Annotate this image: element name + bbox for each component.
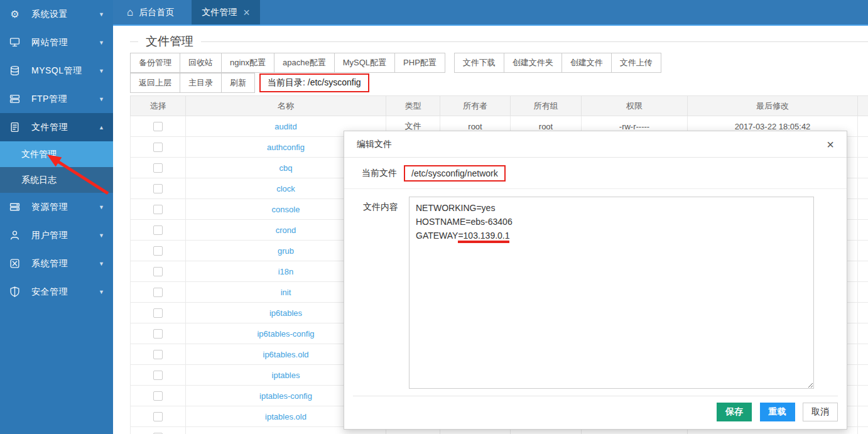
file-link[interactable]: clock [276, 184, 295, 193]
sidebar-item-file-management[interactable]: 文件管理 ▲ [0, 113, 113, 141]
row-checkbox[interactable] [153, 246, 163, 256]
extra-cell [858, 137, 868, 158]
tab-file-management[interactable]: 文件管理 × [192, 0, 260, 24]
select-cell [131, 137, 186, 158]
row-checkbox[interactable] [153, 163, 163, 173]
file-link[interactable]: iptables [272, 371, 300, 380]
user-icon [9, 230, 21, 241]
tab-label: 文件管理 [202, 7, 237, 18]
file-link[interactable]: iptables-config [259, 391, 312, 401]
mysql-config-button[interactable]: MySQL配置 [334, 53, 395, 73]
row-checkbox[interactable] [153, 308, 163, 318]
row-checkbox[interactable] [153, 350, 163, 359]
extra-cell [858, 116, 868, 137]
extra-cell [858, 427, 868, 434]
file-download-button[interactable]: 文件下载 [454, 53, 504, 73]
file-upload-button[interactable]: 文件上传 [611, 53, 661, 73]
page-title: 文件管理 [138, 33, 201, 50]
sidebar-item-system-settings[interactable]: ⚙ 系统设置 ▼ [0, 0, 113, 28]
sidebar-subitem-label: 文件管理 [21, 149, 57, 160]
file-link[interactable]: cbq [279, 163, 293, 173]
sidebar-item-security[interactable]: 安全管理 ▼ [0, 278, 113, 306]
sidebar-item-system[interactable]: 系统管理 ▼ [0, 249, 113, 278]
backup-manage-button[interactable]: 备份管理 [130, 53, 180, 73]
row-checkbox[interactable] [153, 288, 163, 297]
row-checkbox[interactable] [153, 205, 163, 214]
extra-cell [858, 178, 868, 199]
col-group: 所有组 [511, 96, 582, 116]
cancel-button[interactable]: 取消 [803, 403, 838, 421]
save-button[interactable]: 保存 [717, 403, 752, 421]
file-link[interactable]: authconfig [267, 143, 305, 152]
sidebar-item-users[interactable]: 用户管理 ▼ [0, 221, 113, 249]
sidebar-item-label: 安全管理 [31, 286, 99, 298]
row-checkbox[interactable] [153, 225, 163, 235]
sidebar-item-website[interactable]: 网站管理 ▼ [0, 28, 113, 57]
select-cell [131, 303, 186, 323]
create-folder-button[interactable]: 创建文件夹 [504, 53, 562, 73]
row-checkbox[interactable] [153, 412, 163, 421]
file-link[interactable]: ip6tables-config [257, 329, 314, 339]
extra-cell [858, 303, 868, 323]
sidebar-item-label: 系统管理 [31, 258, 99, 269]
sidebar-item-ftp[interactable]: FTP管理 ▼ [0, 85, 113, 113]
row-checkbox[interactable] [153, 371, 163, 380]
sidebar-subitem-system-log[interactable]: 系统日志 [0, 167, 113, 193]
sidebar-subitem-file-management[interactable]: 文件管理 [0, 141, 113, 167]
chevron-down-icon: ▼ [99, 289, 104, 295]
sidebar-item-resources[interactable]: 资源管理 ▼ [0, 193, 113, 221]
row-checkbox[interactable] [153, 184, 163, 193]
file-link[interactable]: grub [278, 246, 294, 256]
php-config-button[interactable]: PHP配置 [394, 53, 445, 73]
row-checkbox[interactable] [153, 143, 163, 152]
home-icon: ⌂ [127, 7, 133, 18]
select-cell [131, 116, 186, 137]
apache-config-button[interactable]: apache配置 [274, 53, 335, 73]
toolbar-row-2: 返回上层主目录刷新 当前目录: /etc/sysconfig [130, 73, 369, 93]
select-cell [131, 427, 186, 434]
modal-footer: 保存 重载 取消 [353, 396, 838, 421]
panel-border [130, 41, 868, 42]
row-checkbox[interactable] [153, 329, 163, 339]
file-link[interactable]: ip6tables.old [263, 350, 309, 359]
sidebar-item-mysql[interactable]: MYSQL管理 ▼ [0, 57, 113, 85]
close-icon[interactable]: × [827, 138, 834, 151]
file-content-label: 文件内容 [363, 202, 401, 213]
go-up-button[interactable]: 返回上层 [130, 73, 180, 93]
extra-cell [858, 261, 868, 282]
current-directory-label: 当前目录: /etc/sysconfig [259, 73, 369, 92]
create-file-button[interactable]: 创建文件 [561, 53, 612, 73]
file-link[interactable]: auditd [274, 122, 296, 131]
chevron-down-icon: ▼ [99, 204, 104, 210]
file-link[interactable]: init [281, 288, 291, 297]
col-permission: 权限 [582, 96, 688, 116]
col-extra [858, 96, 868, 116]
select-cell [131, 178, 186, 199]
reload-button[interactable]: 重载 [760, 403, 795, 421]
file-link[interactable]: ip6tables [269, 308, 302, 318]
select-cell [131, 241, 186, 261]
extra-cell [858, 158, 868, 178]
close-icon[interactable]: × [243, 7, 250, 18]
sidebar-item-label: 资源管理 [31, 202, 99, 213]
chevron-up-icon: ▲ [99, 124, 104, 131]
file-link[interactable]: iptables.old [265, 412, 307, 421]
row-checkbox[interactable] [153, 267, 163, 276]
file-content-textarea[interactable]: NETWORKING=yes HOSTNAME=ebs-63406 GATEWA… [409, 197, 814, 389]
select-cell [131, 406, 186, 427]
home-dir-button[interactable]: 主目录 [180, 73, 222, 93]
refresh-button[interactable]: 刷新 [221, 73, 255, 93]
file-link[interactable]: console [272, 205, 300, 214]
row-checkbox[interactable] [153, 391, 163, 401]
select-cell [131, 261, 186, 282]
col-modified: 最后修改 [688, 96, 858, 116]
row-checkbox[interactable] [153, 122, 163, 131]
nginx-config-button[interactable]: nginx配置 [221, 53, 274, 73]
tab-dashboard-home[interactable]: ⌂ 后台首页 [117, 0, 184, 24]
col-owner: 所有者 [440, 96, 511, 116]
file-link[interactable]: crond [276, 225, 296, 235]
recycle-bin-button[interactable]: 回收站 [180, 53, 222, 73]
file-link[interactable]: i18n [278, 267, 294, 276]
file-icon [9, 122, 21, 133]
sidebar-item-label: 用户管理 [31, 230, 99, 241]
